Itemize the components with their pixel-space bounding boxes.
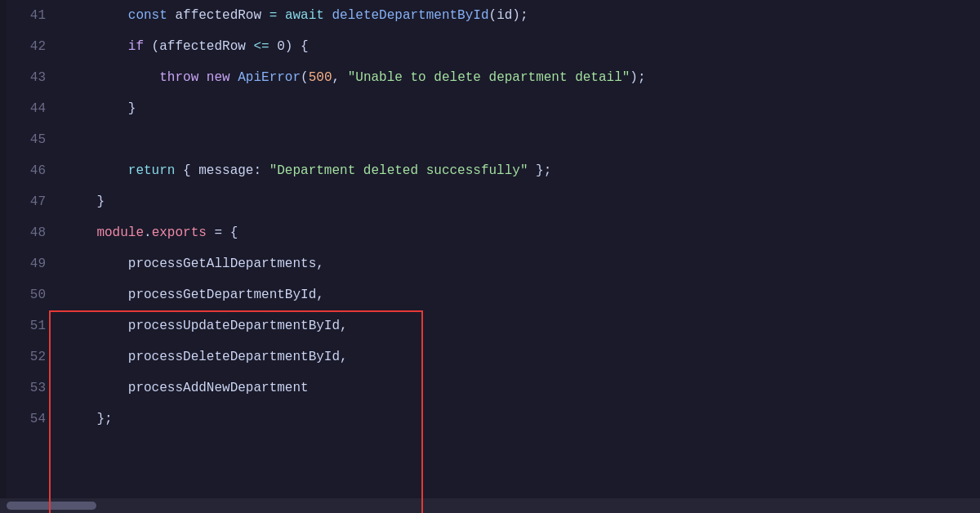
line-content: return { message: "Department deleted su… [65, 155, 551, 186]
line-number: 54 [0, 404, 65, 435]
line-content: } [65, 93, 136, 124]
scrollbar-thumb[interactable] [7, 502, 96, 510]
line-number: 47 [0, 186, 65, 217]
code-line: 42 if (affectedRow <= 0) { [0, 31, 980, 62]
code-line: 53 processAddNewDepartment [0, 372, 980, 404]
line-content: module.exports = { [65, 217, 238, 248]
code-line: 49 processGetAllDepartments, [0, 248, 980, 279]
line-number: 48 [0, 217, 65, 248]
line-number: 44 [0, 93, 65, 124]
code-area: 41 const affectedRow = await deleteDepar… [0, 0, 980, 435]
code-line: 44 } [0, 93, 980, 124]
line-number: 53 [0, 372, 65, 404]
line-number: 50 [0, 279, 65, 310]
code-line: 46 return { message: "Department deleted… [0, 155, 980, 186]
code-line: 41 const affectedRow = await deleteDepar… [0, 0, 980, 31]
line-number: 43 [0, 62, 65, 93]
code-line: 51 processUpdateDepartmentById, [0, 310, 980, 341]
line-number: 45 [0, 124, 65, 155]
line-content: processGetDepartmentById, [65, 279, 324, 310]
line-number: 46 [0, 155, 65, 186]
line-content: processAddNewDepartment [65, 372, 309, 404]
line-content: processDeleteDepartmentById, [65, 341, 348, 372]
code-line: 50 processGetDepartmentById, [0, 279, 980, 310]
line-content: throw new ApiError(500, "Unable to delet… [65, 62, 646, 93]
line-content: } [65, 186, 105, 217]
horizontal-scrollbar[interactable] [0, 498, 980, 513]
line-content: if (affectedRow <= 0) { [65, 31, 309, 62]
code-line: 52 processDeleteDepartmentById, [0, 341, 980, 372]
code-editor: 41 const affectedRow = await deleteDepar… [0, 0, 980, 513]
line-number: 49 [0, 248, 65, 279]
code-line: 48 module.exports = { [0, 217, 980, 248]
line-content: processUpdateDepartmentById, [65, 310, 348, 341]
line-number: 42 [0, 31, 65, 62]
code-line: 43 throw new ApiError(500, "Unable to de… [0, 62, 980, 93]
line-content: const affectedRow = await deleteDepartme… [65, 0, 528, 31]
line-content: }; [65, 404, 113, 435]
code-line: 45 [0, 124, 980, 155]
line-number: 52 [0, 341, 65, 372]
code-line: 47 } [0, 186, 980, 217]
code-line: 54 }; [0, 404, 980, 435]
line-number: 41 [0, 0, 65, 31]
line-content: processGetAllDepartments, [65, 248, 324, 279]
line-number: 51 [0, 310, 65, 341]
